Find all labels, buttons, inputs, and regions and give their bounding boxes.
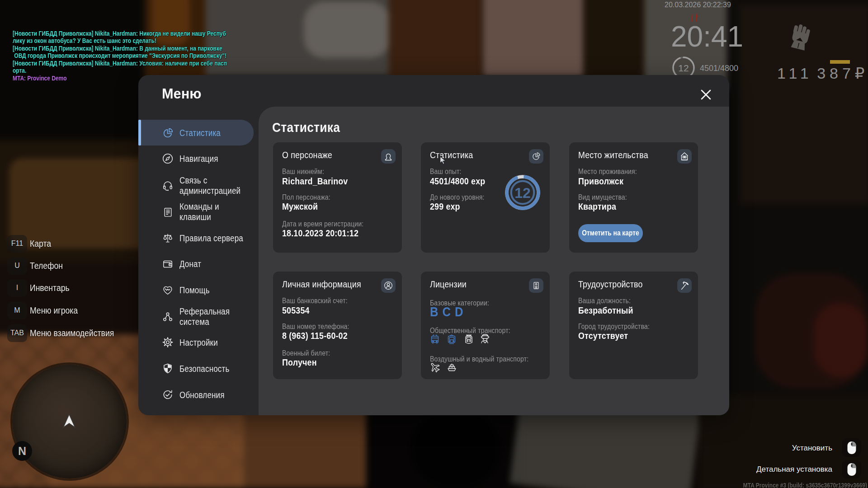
svg-text:12: 12: [678, 63, 689, 73]
svg-text:12: 12: [514, 185, 531, 201]
